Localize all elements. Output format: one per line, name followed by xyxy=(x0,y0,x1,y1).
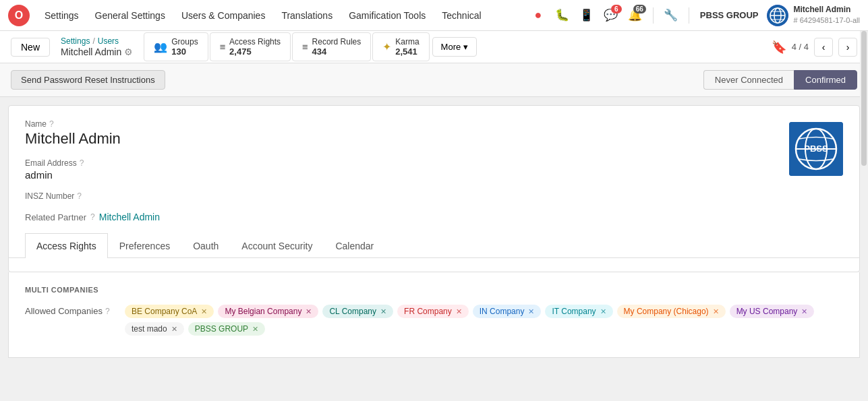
tab-content: MULTI COMPANIES Allowed Companies ? BE C… xyxy=(8,272,860,358)
scrollbar-thumb[interactable] xyxy=(861,31,867,166)
group-label: PBSS GROUP xyxy=(697,10,761,20)
access-rights-icon: ≡ xyxy=(220,41,225,52)
red-circle-icon[interactable]: ● xyxy=(529,6,548,25)
nav-users-companies[interactable]: Users & Companies xyxy=(175,6,272,25)
scrollbar[interactable] xyxy=(860,31,868,401)
tag-fr-company[interactable]: FR Company ✕ xyxy=(397,305,469,318)
insz-help-icon[interactable]: ? xyxy=(77,191,82,201)
tag-cl-company[interactable]: CL Company ✕ xyxy=(322,305,393,318)
pager-prev-button[interactable]: ‹ xyxy=(814,38,833,57)
breadcrumb-current: Mitchell Admin ⚙ xyxy=(61,47,133,57)
related-partner-row: Related Partner ? Mitchell Admin xyxy=(25,212,843,222)
stat-groups[interactable]: 👥 Groups 130 xyxy=(144,32,208,62)
tag-test-mado[interactable]: test mado ✕ xyxy=(125,322,184,336)
user-avatar[interactable] xyxy=(767,5,788,26)
email-help-icon[interactable]: ? xyxy=(80,158,84,168)
nav-technical[interactable]: Technical xyxy=(435,6,488,25)
pager-next-button[interactable]: › xyxy=(838,38,857,57)
stat-access-rights[interactable]: ≡ Access Rights 2,475 xyxy=(210,32,291,62)
remove-fr-company[interactable]: ✕ xyxy=(456,307,462,316)
tab-calendar[interactable]: Calendar xyxy=(324,233,385,258)
tab-oauth[interactable]: Oauth xyxy=(181,233,230,258)
remove-test-mado[interactable]: ✕ xyxy=(171,325,177,334)
send-password-reset-button[interactable]: Send Password Reset Instructions xyxy=(11,70,165,90)
company-logo: PBSS xyxy=(789,122,843,212)
remove-my-company-chicago[interactable]: ✕ xyxy=(713,307,719,316)
breadcrumb-settings-link[interactable]: Settings xyxy=(61,36,90,46)
allowed-companies-tags: BE Company CoA ✕ My Belgian Company ✕ CL… xyxy=(125,305,843,336)
remove-cl-company[interactable]: ✕ xyxy=(380,307,386,316)
remove-be-company-coa[interactable]: ✕ xyxy=(201,307,207,316)
remove-my-us-company[interactable]: ✕ xyxy=(801,307,807,316)
page-wrapper: O Settings General Settings Users & Comp… xyxy=(0,0,868,401)
multi-companies-section-title: MULTI COMPANIES xyxy=(25,286,843,294)
insz-field-row: INSZ Number ? xyxy=(25,191,789,201)
tag-my-company-chicago[interactable]: My Company (Chicago) ✕ xyxy=(617,305,726,318)
remove-my-belgian-company[interactable]: ✕ xyxy=(306,307,312,316)
nav-divider-2 xyxy=(689,7,689,24)
action-bar: Send Password Reset Instructions Never C… xyxy=(0,63,868,97)
app-logo[interactable]: O xyxy=(8,5,30,26)
topnav-right: ● 🐛 📱 💬6 🔔66 🔧 PBSS GROUP xyxy=(529,4,860,26)
stat-pills: 👥 Groups 130 ≡ Access Rights 2,475 ≡ Rec… xyxy=(144,32,477,62)
tag-it-company[interactable]: IT Company ✕ xyxy=(545,305,612,318)
remove-in-company[interactable]: ✕ xyxy=(528,307,534,316)
related-partner-label: Related Partner xyxy=(25,212,86,222)
tab-preferences[interactable]: Preferences xyxy=(108,233,181,258)
insz-label: INSZ Number ? xyxy=(25,191,789,201)
status-never-connected[interactable]: Never Connected xyxy=(703,70,794,90)
subtoolbar: New Settings / Users Mitchell Admin ⚙ 👥 … xyxy=(0,31,868,63)
chevron-down-icon: ▾ xyxy=(463,42,468,52)
form-top-section: Name ? Mitchell Admin Email Address ? ad… xyxy=(25,119,843,212)
tab-access-rights[interactable]: Access Rights xyxy=(25,233,108,258)
name-label: Name ? xyxy=(25,119,789,129)
wrench-icon[interactable]: 🔧 xyxy=(662,6,681,25)
karma-icon: ✦ xyxy=(382,40,391,53)
stat-karma[interactable]: ✦ Karma 2,541 xyxy=(372,32,429,62)
tag-pbss-group[interactable]: PBSS GROUP ✕ xyxy=(188,322,265,336)
nav-settings[interactable]: Settings xyxy=(38,6,86,25)
groups-icon: 👥 xyxy=(154,40,167,53)
name-value[interactable]: Mitchell Admin xyxy=(25,130,789,148)
bell-icon[interactable]: 🔔66 xyxy=(626,6,645,25)
allowed-companies-row: Allowed Companies ? BE Company CoA ✕ My … xyxy=(25,305,843,336)
tabs: Access Rights Preferences Oauth Account … xyxy=(9,233,859,258)
record-rules-icon: ≡ xyxy=(302,41,308,52)
pbss-globe-logo: PBSS xyxy=(789,122,843,176)
allowed-companies-label: Allowed Companies ? xyxy=(25,305,119,316)
name-help-icon[interactable]: ? xyxy=(49,119,54,129)
more-button[interactable]: More ▾ xyxy=(432,37,478,57)
nav-translations[interactable]: Translations xyxy=(274,6,339,25)
remove-it-company[interactable]: ✕ xyxy=(600,307,606,316)
gear-icon[interactable]: ⚙ xyxy=(124,47,133,57)
breadcrumb-users-link[interactable]: Users xyxy=(98,36,119,46)
top-navigation: O Settings General Settings Users & Comp… xyxy=(0,0,868,31)
tag-in-company[interactable]: IN Company ✕ xyxy=(473,305,542,318)
tag-be-company-coa[interactable]: BE Company CoA ✕ xyxy=(125,305,214,318)
tag-my-belgian-company[interactable]: My Belgian Company ✕ xyxy=(218,305,318,318)
nav-general-settings[interactable]: General Settings xyxy=(88,6,172,25)
tag-my-us-company[interactable]: My US Company ✕ xyxy=(730,305,815,318)
email-label: Email Address ? xyxy=(25,158,789,168)
form-card: Name ? Mitchell Admin Email Address ? ad… xyxy=(8,105,860,272)
new-button[interactable]: New xyxy=(11,38,50,57)
remove-pbss-group[interactable]: ✕ xyxy=(252,325,258,334)
nav-gamification[interactable]: Gamification Tools xyxy=(342,6,432,25)
status-confirmed[interactable]: Confirmed xyxy=(794,70,857,90)
svg-text:PBSS: PBSS xyxy=(804,144,828,154)
bell-badge: 66 xyxy=(633,5,646,13)
stat-record-rules[interactable]: ≡ Record Rules 434 xyxy=(292,32,371,62)
allowed-companies-help-icon[interactable]: ? xyxy=(105,307,110,316)
form-fields: Name ? Mitchell Admin Email Address ? ad… xyxy=(25,119,789,212)
email-value[interactable]: admin xyxy=(25,169,789,181)
bug-icon[interactable]: 🐛 xyxy=(553,6,572,25)
user-info: Mitchell Admin # 64294581-17-0-all xyxy=(794,4,860,26)
breadcrumb-path: Settings / Users xyxy=(61,36,119,46)
name-field-row: Name ? Mitchell Admin xyxy=(25,119,789,148)
tab-account-security[interactable]: Account Security xyxy=(230,233,324,258)
chat-icon[interactable]: 💬6 xyxy=(602,6,620,25)
related-partner-value[interactable]: Mitchell Admin xyxy=(99,212,160,222)
bookmark-icon[interactable]: 🔖 xyxy=(772,40,786,55)
related-partner-help-icon[interactable]: ? xyxy=(90,212,95,222)
phone-icon[interactable]: 📱 xyxy=(577,6,596,25)
